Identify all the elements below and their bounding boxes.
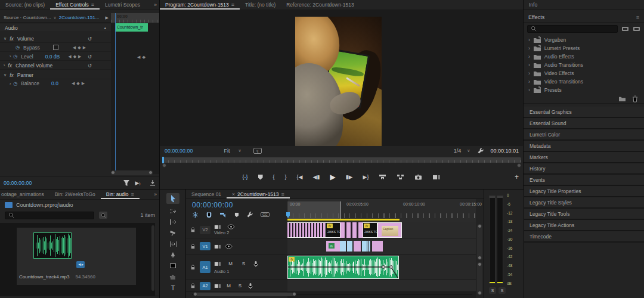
delete-icon[interactable]: [632, 95, 638, 103]
clip-cyan[interactable]: [340, 241, 346, 252]
panel-legacy-title-tools[interactable]: Legacy Title Tools: [524, 209, 644, 220]
clip-cyan[interactable]: [347, 241, 352, 252]
tab-effect-controls[interactable]: Effect Controls≡: [50, 0, 100, 10]
add-marker-icon[interactable]: [258, 175, 263, 180]
tab-source-monitor[interactable]: Source: (no clips): [0, 0, 50, 10]
panel-essential-graphics[interactable]: Essential Graphics: [524, 107, 644, 118]
tab-sequence-01[interactable]: Sequence 01: [186, 190, 227, 198]
track-target-a1[interactable]: A1: [200, 261, 210, 273]
folder-video-effects[interactable]: ›Video Effects: [524, 69, 644, 77]
panel-events[interactable]: Events: [524, 175, 644, 186]
lane-a2[interactable]: [287, 280, 476, 292]
lift-icon[interactable]: [379, 174, 386, 180]
clip-2wks-1[interactable]: fx 2WKS TO GO: [326, 222, 340, 238]
audio-tracks-scrollbar[interactable]: [477, 262, 482, 295]
captions-icon[interactable]: CC: [261, 212, 270, 217]
selection-tool[interactable]: [166, 193, 179, 204]
toggle-track-output-icon[interactable]: [225, 244, 233, 249]
export-icon[interactable]: [145, 179, 160, 187]
clip-audio[interactable]: fx: [287, 256, 399, 279]
settings-wrench-icon[interactable]: [477, 147, 484, 154]
breadcrumb[interactable]: Countdown.prproj\audio: [16, 202, 73, 208]
panel-menu-icon[interactable]: ≡: [231, 2, 234, 8]
mute-button[interactable]: M: [225, 283, 233, 288]
video-tracks-scrollbar[interactable]: [477, 224, 482, 260]
program-video-area[interactable]: [160, 10, 524, 146]
balance-value[interactable]: 0.0: [51, 80, 58, 86]
play-audio-icon[interactable]: ▶): [130, 180, 145, 186]
ec-playhead-line[interactable]: [115, 13, 116, 174]
solo-button[interactable]: S: [236, 283, 244, 288]
folder-vorgaben[interactable]: ›Vorgaben: [524, 36, 644, 44]
track-lanes[interactable]: fx 2WKS TO GO fx 2WKS TO GO Caption fx: [287, 222, 476, 298]
solo-left-button[interactable]: S: [489, 287, 496, 294]
effects-search-input[interactable]: [527, 25, 618, 33]
tab-footage-animations[interactable]: ootage_animations: [0, 190, 49, 199]
bin-icon[interactable]: [5, 202, 13, 208]
lock-icon[interactable]: [190, 283, 196, 289]
tab-2countdown-1513[interactable]: ×2Countdown-1513≡: [227, 190, 290, 198]
timeline-h-scrollbar[interactable]: [192, 292, 472, 297]
track-header-a1[interactable]: A1 M S Audio 1: [186, 254, 287, 280]
panel-menu-icon[interactable]: ≡: [636, 14, 639, 20]
go-to-in-icon[interactable]: {◀: [297, 174, 303, 180]
sync-lock-icon[interactable]: [214, 224, 221, 229]
reset-icon[interactable]: ↺: [88, 63, 111, 69]
ec-row-volume[interactable]: ∨ fx Volume ↺: [0, 35, 111, 43]
timeline-settings-icon[interactable]: [246, 211, 253, 218]
track-target-v1[interactable]: V1: [200, 242, 210, 250]
playback-resolution-select[interactable]: 1/4∨: [454, 148, 470, 154]
ec-row-channel-volume[interactable]: › fx Channel Volume ↺: [0, 61, 111, 70]
clip-caption[interactable]: Caption: [377, 222, 402, 238]
tab-title[interactable]: Title: (no title): [240, 0, 281, 10]
tab-bin-audio[interactable]: Bin: audio≡: [101, 190, 140, 199]
solo-button[interactable]: S: [240, 261, 247, 266]
accepts-audio-filter-icon[interactable]: [621, 26, 629, 32]
ec-row-balance[interactable]: › ◷ Balance 0.0 ◀◆▶: [0, 79, 111, 88]
balance-keyframe-nav[interactable]: ◀◆▶: [72, 81, 85, 86]
more-tabs-icon[interactable]: »: [154, 2, 160, 8]
sync-lock-icon[interactable]: [214, 261, 221, 266]
monitor-overlay-icon[interactable]: ↯: [253, 148, 262, 154]
ec-row-panner[interactable]: ∨ fx Panner: [0, 71, 111, 79]
folder-presets[interactable]: ›Presets: [524, 86, 644, 94]
panel-legacy-title-properties[interactable]: Legacy Title Properties: [524, 186, 644, 197]
panel-essential-sound[interactable]: Essential Sound: [524, 118, 644, 129]
audio-badge-icon[interactable]: ◄▸: [76, 261, 85, 268]
tab-lumetri-scopes[interactable]: Lumetri Scopes: [100, 0, 145, 10]
keyframe-navigator-icon[interactable]: ◀◆: [137, 55, 145, 60]
hand-tool[interactable]: [169, 273, 177, 280]
stopwatch-icon[interactable]: ◷: [11, 81, 17, 86]
timeline-ruler[interactable]: 00:00 00:00:05:00 00:00:10:00 00:00:15:0…: [287, 199, 476, 222]
panel-legacy-title-styles[interactable]: Legacy Title Styles: [524, 197, 644, 209]
clip-pink[interactable]: [372, 241, 383, 252]
lock-icon[interactable]: [190, 243, 196, 250]
clip-strips[interactable]: [367, 241, 371, 252]
sequence-clip-dropdown[interactable]: 2Countdown-151...: [59, 15, 100, 20]
ec-row-bypass[interactable]: ◷ Bypass ◀◆▶: [0, 44, 111, 52]
ec-mini-clip[interactable]: Countdown_tr: [116, 23, 148, 32]
toggle-track-output-icon[interactable]: [227, 224, 235, 229]
mark-in-icon[interactable]: {: [273, 174, 275, 180]
track-select-tool[interactable]: [169, 208, 177, 215]
panel-timecode[interactable]: Timecode: [524, 231, 644, 243]
ec-mini-ruler[interactable]: 00:00: [111, 13, 160, 23]
rectangle-tool[interactable]: [169, 263, 177, 269]
zoom-level-select[interactable]: Fit∨: [224, 148, 242, 154]
solo-right-button[interactable]: S: [499, 287, 506, 294]
program-playhead[interactable]: [162, 157, 164, 163]
clip-v1-fx[interactable]: fx: [326, 241, 340, 252]
track-name[interactable]: Video 2: [214, 230, 235, 235]
bypass-keyframe-nav[interactable]: ◀◆▶: [73, 45, 86, 50]
folder-video-transitions[interactable]: ›Video Transitions: [524, 77, 644, 86]
export-frame-icon[interactable]: [414, 174, 422, 180]
panel-lumetri-color[interactable]: Lumetri Color: [524, 129, 644, 141]
panel-markers[interactable]: Markers: [524, 152, 644, 163]
level-value[interactable]: 0.0 dB: [45, 54, 60, 60]
track-name[interactable]: Audio 1: [214, 269, 259, 274]
tab-bin-2weekstogo[interactable]: Bin: 2WeeksToGo: [49, 190, 101, 199]
panel-history[interactable]: History: [524, 163, 644, 175]
ec-row-level[interactable]: › ◷ Level 0.0 dB ◀◆▶ ↺: [0, 52, 111, 61]
program-scrubber[interactable]: [162, 157, 521, 165]
clip-pink[interactable]: [354, 241, 361, 252]
